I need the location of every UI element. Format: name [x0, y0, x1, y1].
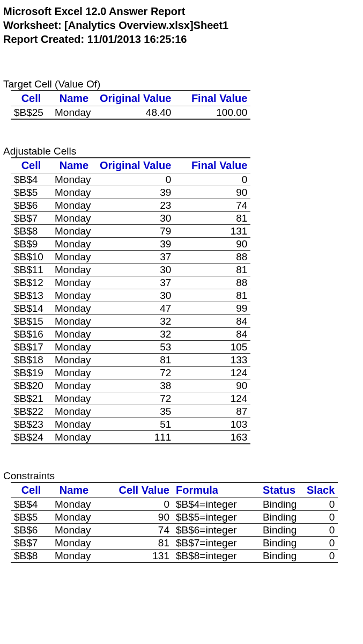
original-value: 81: [97, 354, 174, 367]
col-header-final: Final Value: [174, 91, 250, 106]
status: Binding: [260, 511, 303, 524]
cell-value: 81: [97, 537, 173, 550]
constraints-table: Cell Name Cell Value Formula Status Slac…: [11, 482, 338, 563]
original-value: 23: [97, 199, 174, 212]
table-row: $B$12Monday3788: [11, 276, 250, 289]
cell-name: Monday: [51, 328, 97, 341]
original-value: 72: [97, 392, 174, 405]
cell-ref: $B$23: [11, 418, 51, 431]
table-row: $B$4Monday0$B$4=integerBinding0: [11, 498, 338, 511]
cell-name: Monday: [51, 106, 97, 120]
slack: 0: [303, 511, 338, 524]
original-value: 37: [97, 276, 174, 289]
original-value: 47: [97, 302, 174, 315]
cell-name: Monday: [51, 431, 97, 444]
col-header-slack: Slack: [303, 482, 338, 498]
cell-name: Monday: [51, 537, 97, 550]
cell-name: Monday: [51, 225, 97, 238]
table-row: $B$15Monday3284: [11, 315, 250, 328]
original-value: 30: [97, 289, 174, 302]
cell-name: Monday: [51, 379, 97, 392]
col-header-final: Final Value: [174, 158, 250, 173]
cell-name: Monday: [51, 341, 97, 354]
table-row: $B$17Monday53105: [11, 341, 250, 354]
cell-ref: $B$7: [11, 537, 51, 550]
cell-name: Monday: [51, 251, 97, 264]
table-row: $B$23Monday51103: [11, 418, 250, 431]
cell-name: Monday: [51, 302, 97, 315]
cell-name: Monday: [51, 354, 97, 367]
status: Binding: [260, 550, 303, 563]
table-row: $B$19Monday72124: [11, 367, 250, 379]
cell-ref: $B$14: [11, 302, 51, 315]
cell-value: 131: [97, 550, 173, 563]
cell-name: Monday: [51, 238, 97, 251]
cell-ref: $B$15: [11, 315, 51, 328]
cell-name: Monday: [51, 212, 97, 225]
table-row: $B$6Monday2374: [11, 199, 250, 212]
table-row: $B$7Monday81$B$7=integerBinding0: [11, 537, 338, 550]
status: Binding: [260, 537, 303, 550]
cell-value: 90: [97, 511, 173, 524]
final-value: 90: [174, 238, 250, 251]
status: Binding: [260, 524, 303, 537]
cell-ref: $B$25: [11, 106, 51, 120]
final-value: 88: [174, 251, 250, 264]
cell-ref: $B$22: [11, 405, 51, 418]
table-row: $B$8Monday79131: [11, 225, 250, 238]
final-value: 124: [174, 392, 250, 405]
final-value: 163: [174, 431, 250, 444]
final-value: 105: [174, 341, 250, 354]
final-value: 103: [174, 418, 250, 431]
cell-name: Monday: [51, 264, 97, 276]
cell-ref: $B$6: [11, 199, 51, 212]
report-title: Microsoft Excel 12.0 Answer Report: [3, 4, 360, 18]
cell-ref: $B$19: [11, 367, 51, 379]
original-value: 39: [97, 186, 174, 199]
original-value: 53: [97, 341, 174, 354]
cell-ref: $B$16: [11, 328, 51, 341]
target-section-title: Target Cell (Value Of): [3, 78, 360, 90]
col-header-cell: Cell: [11, 91, 51, 106]
report-created: Report Created: 11/01/2013 16:25:16: [3, 32, 360, 46]
final-value: 84: [174, 315, 250, 328]
final-value: 88: [174, 276, 250, 289]
final-value: 99: [174, 302, 250, 315]
original-value: 0: [97, 173, 174, 186]
cell-ref: $B$7: [11, 212, 51, 225]
cell-name: Monday: [51, 199, 97, 212]
cell-name: Monday: [51, 315, 97, 328]
col-header-name: Name: [51, 158, 97, 173]
col-header-cell: Cell: [11, 158, 51, 173]
cell-name: Monday: [51, 392, 97, 405]
final-value: 0: [174, 173, 250, 186]
col-header-value: Cell Value: [97, 482, 173, 498]
original-value: 39: [97, 238, 174, 251]
final-value: 133: [174, 354, 250, 367]
cell-name: Monday: [51, 173, 97, 186]
col-header-status: Status: [260, 482, 303, 498]
table-row: $B$25Monday48.40100.00: [11, 106, 250, 120]
cell-ref: $B$12: [11, 276, 51, 289]
cell-name: Monday: [51, 405, 97, 418]
constraints-header-row: Cell Name Cell Value Formula Status Slac…: [11, 482, 338, 498]
cell-name: Monday: [51, 367, 97, 379]
cell-ref: $B$18: [11, 354, 51, 367]
cell-ref: $B$11: [11, 264, 51, 276]
original-value: 37: [97, 251, 174, 264]
final-value: 81: [174, 264, 250, 276]
original-value: 32: [97, 328, 174, 341]
final-value: 90: [174, 186, 250, 199]
cell-ref: $B$5: [11, 186, 51, 199]
original-value: 30: [97, 212, 174, 225]
table-row: $B$5Monday90$B$5=integerBinding0: [11, 511, 338, 524]
final-value: 131: [174, 225, 250, 238]
cell-ref: $B$17: [11, 341, 51, 354]
final-value: 100.00: [174, 106, 250, 120]
slack: 0: [303, 537, 338, 550]
cell-name: Monday: [51, 186, 97, 199]
adjustable-header-row: Cell Name Original Value Final Value: [11, 158, 250, 173]
original-value: 51: [97, 418, 174, 431]
formula: $B$8=integer: [173, 550, 260, 563]
formula: $B$7=integer: [173, 537, 260, 550]
